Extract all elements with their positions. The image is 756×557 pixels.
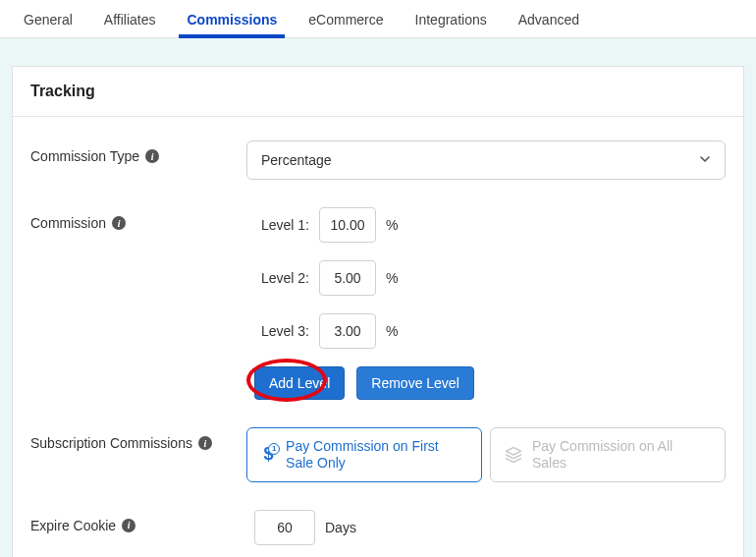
pay-all-sales-text: Pay Commission on All Sales bbox=[532, 438, 711, 472]
tab-general[interactable]: General bbox=[8, 0, 88, 37]
level-2-input[interactable] bbox=[319, 260, 376, 296]
svg-marker-0 bbox=[507, 447, 521, 455]
info-icon[interactable]: i bbox=[145, 149, 159, 163]
commission-label: Commission bbox=[30, 215, 106, 231]
info-icon[interactable]: i bbox=[112, 216, 126, 230]
commission-type-value: Percentage bbox=[261, 152, 332, 168]
tab-affiliates[interactable]: Affiliates bbox=[88, 0, 172, 37]
pay-all-sales-option[interactable]: Pay Commission on All Sales bbox=[490, 427, 726, 482]
percent-unit: % bbox=[386, 270, 398, 286]
expire-cookie-label: Expire Cookie bbox=[30, 518, 116, 533]
commission-type-label: Commission Type bbox=[30, 148, 139, 164]
level-2-label: Level 2: bbox=[254, 270, 309, 286]
tab-integrations[interactable]: Integrations bbox=[400, 0, 503, 37]
info-icon[interactable]: i bbox=[198, 436, 212, 450]
tab-advanced[interactable]: Advanced bbox=[503, 0, 595, 37]
level-3-label: Level 3: bbox=[254, 323, 309, 339]
stack-icon bbox=[505, 446, 522, 464]
tab-commissions[interactable]: Commissions bbox=[171, 0, 293, 37]
remove-level-button[interactable]: Remove Level bbox=[356, 366, 474, 400]
level-3-input[interactable] bbox=[319, 313, 376, 349]
tracking-panel: Tracking Commission Type i Percentage bbox=[12, 66, 744, 557]
level-1-input[interactable] bbox=[319, 207, 376, 243]
expire-cookie-input[interactable] bbox=[254, 510, 315, 545]
commission-type-select[interactable]: Percentage bbox=[246, 140, 726, 180]
percent-unit: % bbox=[386, 323, 398, 339]
dollar-first-icon bbox=[261, 445, 276, 465]
tabs-bar: General Affiliates Commissions eCommerce… bbox=[0, 0, 756, 38]
chevron-down-icon bbox=[699, 152, 711, 168]
add-level-button[interactable]: Add Level bbox=[254, 366, 345, 400]
tab-ecommerce[interactable]: eCommerce bbox=[293, 0, 399, 37]
percent-unit: % bbox=[386, 217, 398, 233]
days-unit: Days bbox=[325, 520, 356, 535]
pay-first-sale-text: Pay Commission on First Sale Only bbox=[286, 438, 467, 472]
info-icon[interactable]: i bbox=[122, 519, 135, 532]
subscription-commissions-label: Subscription Commissions bbox=[30, 435, 192, 451]
level-1-label: Level 1: bbox=[254, 217, 309, 233]
panel-title: Tracking bbox=[13, 67, 743, 117]
pay-first-sale-option[interactable]: Pay Commission on First Sale Only bbox=[246, 427, 482, 482]
